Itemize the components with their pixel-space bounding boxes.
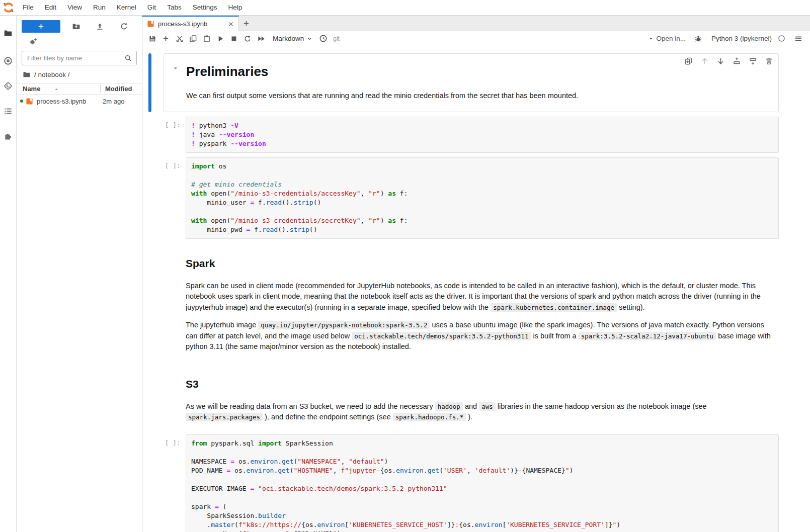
folder-icon xyxy=(23,70,31,78)
run-icon xyxy=(216,35,224,43)
move-down-icon xyxy=(716,57,725,65)
menu-help[interactable]: Help xyxy=(222,0,248,15)
menu-edit[interactable]: Edit xyxy=(39,0,62,15)
menu-run[interactable]: Run xyxy=(88,0,111,15)
notebook-cells[interactable]: PreliminariesWe can first output some ve… xyxy=(142,46,810,532)
cut-button[interactable] xyxy=(173,33,186,45)
cell-type-dropdown[interactable]: Markdown xyxy=(273,35,312,42)
open-in-dropdown[interactable]: Open in... xyxy=(648,35,686,42)
run-button[interactable] xyxy=(213,33,227,45)
refresh-button[interactable] xyxy=(120,22,128,31)
menu-kernel[interactable]: Kernel xyxy=(111,0,142,15)
kernel-name[interactable]: Python 3 (ipykernel) xyxy=(711,35,772,42)
code-cell[interactable]: [ ]:import os # get minio credentialswit… xyxy=(148,157,779,239)
hamburger-icon xyxy=(794,35,802,43)
cell-frame: S3As we will be reading data from an S3 … xyxy=(164,364,779,430)
code-cell[interactable]: [ ]:from pyspark.sql import SparkSession… xyxy=(148,434,779,532)
cell-collapser-stripe[interactable] xyxy=(148,243,151,360)
markdown-cell[interactable]: SparkSpark can be used in client mode (r… xyxy=(148,243,779,360)
menu-git[interactable]: Git xyxy=(142,0,161,15)
cell-collapser-stripe[interactable] xyxy=(148,53,151,112)
save-button[interactable] xyxy=(145,33,159,45)
menu-settings[interactable]: Settings xyxy=(187,0,223,15)
sidebar-tab-table-of-contents[interactable] xyxy=(0,99,17,124)
code-line: from pyspark.sql import SparkSession xyxy=(191,439,773,448)
column-name[interactable]: Name xyxy=(17,85,100,93)
code-line xyxy=(191,448,773,457)
cell-collapser-stripe[interactable] xyxy=(148,364,151,430)
code-line xyxy=(191,207,773,216)
notebook-menu-button[interactable] xyxy=(791,33,805,45)
code-editor[interactable]: ! python3 -V! java --version! pyspark --… xyxy=(186,117,779,153)
cell-collapser-stripe[interactable] xyxy=(148,434,151,532)
code-editor[interactable]: import os # get minio credentialswith op… xyxy=(186,157,779,239)
markdown-paragraph: As we will be reading data from an S3 bu… xyxy=(186,401,773,423)
tab-process-s3[interactable]: process-s3.ipynb xyxy=(142,16,239,31)
git-toolbar-label[interactable]: git xyxy=(333,35,340,42)
close-tab-icon[interactable] xyxy=(227,21,234,28)
insert-below-cell-button[interactable] xyxy=(749,57,757,65)
cell-frame: [ ]:from pyspark.sql import SparkSession… xyxy=(164,434,779,532)
sidebar-tab-git[interactable] xyxy=(0,73,17,99)
notebook-file-icon xyxy=(26,98,33,105)
file-list: process-s3.ipynb2m ago xyxy=(17,95,142,532)
menu-bar: FileEditViewRunKernelGitTabsSettingsHelp xyxy=(0,0,810,16)
insert-button[interactable] xyxy=(159,33,173,45)
code-line xyxy=(191,171,773,180)
cell-collapser-stripe[interactable] xyxy=(148,117,151,153)
markdown-paragraph: We can first output some versions that a… xyxy=(186,91,772,101)
move-down-cell-button[interactable] xyxy=(716,57,725,65)
execution-time-button[interactable] xyxy=(316,33,330,45)
stop-button[interactable] xyxy=(227,33,240,45)
insert-above-cell-button[interactable] xyxy=(733,57,741,65)
file-filter-input[interactable] xyxy=(26,54,124,62)
menu-file[interactable]: File xyxy=(17,0,39,15)
insert-icon xyxy=(162,35,170,42)
inline-code: quay.io/jupyter/pyspark-notebook:spark-3… xyxy=(258,321,430,329)
run-all-button[interactable] xyxy=(254,33,268,45)
upload-button[interactable] xyxy=(96,22,104,31)
sidebar-tab-file-browser[interactable] xyxy=(0,21,17,46)
cell-frame: [ ]:import os # get minio credentialswit… xyxy=(164,157,779,239)
code-line: minio_user = f.read().strip() xyxy=(191,198,773,207)
code-line: ! java --version xyxy=(191,130,773,139)
delete-cell-button[interactable] xyxy=(765,57,773,65)
heading-collapser[interactable] xyxy=(172,65,179,72)
new-tab-button[interactable] xyxy=(239,16,254,31)
copy-icon xyxy=(189,35,197,43)
markdown-cell[interactable]: S3As we will be reading data from an S3 … xyxy=(148,364,779,430)
new-launcher-button[interactable] xyxy=(22,20,60,33)
duplicate-cell-button[interactable] xyxy=(684,57,693,65)
markdown-content: SparkSpark can be used in client mode (r… xyxy=(186,243,779,360)
git-clone-button[interactable] xyxy=(29,38,142,46)
debugger-button[interactable] xyxy=(692,33,705,45)
inline-code: spark.kubernetes.container.image xyxy=(491,303,617,312)
copy-button[interactable] xyxy=(186,33,200,45)
inline-code: spark.jars.packages xyxy=(186,413,263,421)
save-icon xyxy=(148,35,156,43)
caret-down-icon xyxy=(648,36,654,42)
column-modified[interactable]: Modified xyxy=(101,85,142,93)
file-filter[interactable] xyxy=(22,51,137,65)
restart-button[interactable] xyxy=(240,33,254,45)
cell-frame: SparkSpark can be used in client mode (r… xyxy=(164,243,779,360)
kernel-status-icon[interactable] xyxy=(778,35,785,42)
markdown-cell[interactable]: PreliminariesWe can first output some ve… xyxy=(148,53,779,112)
paste-button[interactable] xyxy=(200,33,213,45)
file-row[interactable]: process-s3.ipynb2m ago xyxy=(17,95,142,108)
execution-prompt: [ ]: xyxy=(164,117,186,153)
menu-view[interactable]: View xyxy=(62,0,88,15)
cell-collapser-stripe[interactable] xyxy=(148,157,151,239)
sidebar-tab-extensions[interactable] xyxy=(0,124,17,149)
file-browser-toolbar-icons xyxy=(60,22,136,31)
code-line: .appName(f"process-s3-{POD_NAME}") xyxy=(191,529,773,532)
code-editor[interactable]: from pyspark.sql import SparkSession NAM… xyxy=(186,434,779,532)
code-cell[interactable]: [ ]:! python3 -V! java --version! pyspar… xyxy=(148,117,779,153)
sidebar-tab-running[interactable] xyxy=(0,48,17,73)
chevron-down-icon xyxy=(306,36,312,42)
breadcrumb[interactable]: / notebook / xyxy=(17,65,142,83)
table-of-contents-icon xyxy=(4,107,13,116)
menu-tabs[interactable]: Tabs xyxy=(161,0,187,15)
new-folder-button[interactable] xyxy=(72,22,80,31)
delete-icon xyxy=(765,57,773,65)
